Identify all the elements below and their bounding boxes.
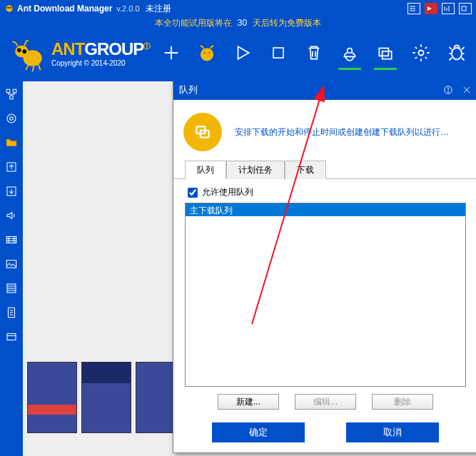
download-icon[interactable] xyxy=(3,183,20,200)
settings-side-icon[interactable] xyxy=(3,110,20,127)
allow-queues-checkbox[interactable]: 允许使用队列 xyxy=(185,186,466,198)
structure-icon[interactable] xyxy=(3,86,20,103)
archive-icon[interactable] xyxy=(3,280,20,297)
tabs: 队列 计划任务 下载 xyxy=(173,160,476,179)
queue-listbox[interactable]: 主下载队列 xyxy=(185,203,466,387)
content-area: 下载吧 队列 安排下载的开始和停止时间或创建创建下载队列以进行… 队列 xyxy=(23,81,476,456)
app-icon xyxy=(4,4,14,14)
upload-icon[interactable] xyxy=(3,158,20,176)
svg-point-8 xyxy=(22,49,26,54)
sidebar xyxy=(0,81,23,456)
header: ANTGROUPⓣ Copyright © 2014-2020 xyxy=(0,29,476,81)
titlebar-actions xyxy=(407,3,472,14)
titlebar: Ant Download Manager v.2.0.0 未注册 xyxy=(0,0,476,17)
brand-text: ANTGROUPⓣ xyxy=(51,39,150,59)
video-icon[interactable] xyxy=(3,231,20,248)
tab-queue[interactable]: 队列 xyxy=(185,161,226,179)
settings-button[interactable] xyxy=(408,40,434,66)
menu-icon[interactable] xyxy=(407,3,420,14)
register-status: 未注册 xyxy=(146,3,171,15)
svg-rect-26 xyxy=(6,237,16,243)
trial-notice: 本全功能试用版将在 30 天后转为免费版本 xyxy=(0,17,476,29)
record-icon[interactable] xyxy=(425,3,437,14)
svg-point-2 xyxy=(10,7,11,9)
copyright: Copyright © 2014-2020 xyxy=(51,59,150,67)
bug-button[interactable] xyxy=(444,40,470,66)
svg-point-11 xyxy=(208,51,211,54)
image-icon[interactable] xyxy=(3,255,20,273)
restore-icon[interactable] xyxy=(459,3,472,14)
queue-dialog: 队列 安排下载的开始和停止时间或创建创建下载队列以进行… 队列 计划任务 下载 xyxy=(173,81,476,453)
svg-rect-4 xyxy=(462,6,466,11)
svg-point-1 xyxy=(7,7,9,9)
svg-rect-30 xyxy=(7,334,16,340)
svg-rect-27 xyxy=(6,260,16,268)
svg-marker-12 xyxy=(238,46,249,59)
dialog-queue-icon xyxy=(183,113,222,151)
svg-point-9 xyxy=(201,49,213,60)
thumbnails xyxy=(23,359,190,436)
svg-rect-20 xyxy=(13,89,16,93)
folder-icon[interactable] xyxy=(3,134,20,151)
svg-point-16 xyxy=(419,51,424,56)
svg-point-0 xyxy=(6,5,12,11)
delete-button[interactable]: 删除 xyxy=(372,394,433,410)
svg-point-22 xyxy=(10,117,14,121)
svg-point-17 xyxy=(452,48,462,59)
allow-checkbox-input[interactable] xyxy=(188,188,198,198)
svg-rect-21 xyxy=(10,96,14,99)
logo: ANTGROUPⓣ Copyright © 2014-2020 xyxy=(6,31,150,74)
svg-point-32 xyxy=(448,91,449,92)
svg-point-7 xyxy=(17,48,21,52)
window-icon[interactable] xyxy=(3,328,20,345)
volume-icon[interactable] xyxy=(3,207,20,224)
ant-logo-icon xyxy=(6,31,49,74)
toolbar xyxy=(158,40,476,66)
equalizer-icon[interactable] xyxy=(442,3,455,14)
dialog-title: 队列 xyxy=(179,83,198,96)
tab-schedule[interactable]: 计划任务 xyxy=(226,161,285,179)
tab-download[interactable]: 下载 xyxy=(285,161,326,179)
version-label: v.2.0.0 xyxy=(116,4,139,13)
thumbnail[interactable] xyxy=(81,362,131,433)
delete-button[interactable] xyxy=(301,40,327,66)
help-icon[interactable] xyxy=(443,85,453,95)
svg-rect-14 xyxy=(380,49,389,56)
svg-point-23 xyxy=(7,114,16,123)
ok-button[interactable]: 确定 xyxy=(212,422,305,442)
ant-button[interactable] xyxy=(194,40,220,66)
queue-button[interactable] xyxy=(373,40,398,66)
dialog-description: 安排下载的开始和停止时间或创建创建下载队列以进行… xyxy=(235,126,467,138)
stop-button[interactable] xyxy=(265,40,291,66)
speed-button[interactable] xyxy=(337,40,363,66)
svg-rect-13 xyxy=(273,48,283,58)
new-button[interactable]: 新建... xyxy=(218,394,279,410)
dialog-titlebar: 队列 xyxy=(173,81,476,100)
svg-rect-19 xyxy=(6,89,10,93)
add-button[interactable] xyxy=(158,40,184,66)
list-item[interactable]: 主下载队列 xyxy=(186,203,465,216)
document-icon[interactable] xyxy=(3,304,20,321)
edit-button[interactable]: 编辑... xyxy=(295,394,356,410)
play-button[interactable] xyxy=(230,40,255,66)
thumbnail[interactable] xyxy=(27,362,77,433)
svg-point-10 xyxy=(203,51,206,54)
svg-marker-3 xyxy=(427,6,432,11)
svg-rect-15 xyxy=(383,51,392,59)
cancel-button[interactable]: 取消 xyxy=(346,422,439,442)
close-icon[interactable] xyxy=(462,85,472,95)
app-name: Ant Download Manager xyxy=(17,4,112,14)
